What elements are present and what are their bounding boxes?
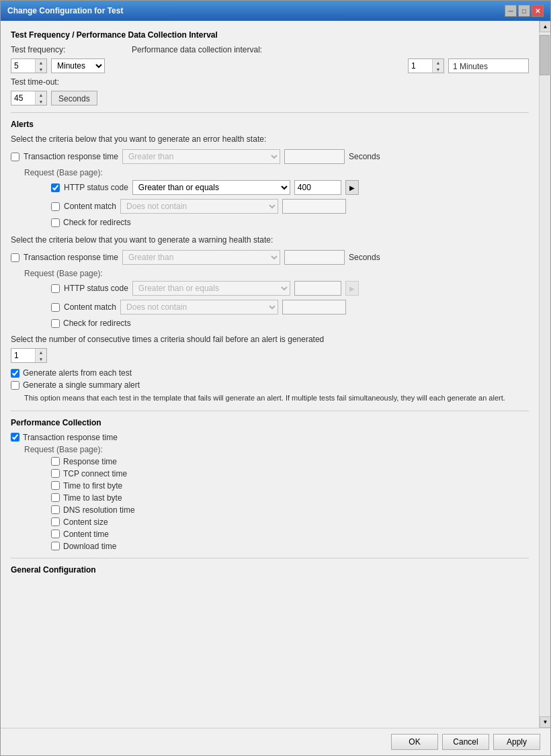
timeout-spin-down[interactable]: ▼ (36, 98, 46, 105)
download-time-checkbox[interactable] (51, 542, 60, 550)
perf-input[interactable]: 1 (409, 60, 432, 72)
error-http-browse-button[interactable]: ▶ (345, 180, 359, 195)
cancel-button[interactable]: Cancel (442, 734, 489, 750)
error-http-checkbox[interactable] (51, 183, 60, 192)
ok-button[interactable]: OK (391, 734, 438, 750)
perf-item-first-byte: Time to first byte (51, 481, 529, 491)
error-request-label: Request (Base page): (24, 168, 529, 177)
error-http-value[interactable] (294, 180, 341, 195)
warning-transaction-label: Transaction response time (24, 253, 118, 262)
alerts-section: Alerts Select the criteria below that yo… (11, 120, 529, 404)
error-content-dropdown[interactable]: Does not contain Contains (120, 199, 278, 214)
generate-summary-checkbox[interactable] (11, 381, 19, 390)
frequency-controls-row: 5 ▲ ▼ Minutes Hours Seconds (11, 58, 529, 73)
warning-http-dropdown[interactable]: Greater than Greater than or equals (132, 281, 290, 296)
consecutive-spin-up[interactable]: ▲ (36, 349, 46, 355)
frequency-spin-up[interactable]: ▲ (36, 59, 46, 66)
consecutive-spinner: 1 ▲ ▼ (11, 348, 47, 363)
warning-redirect-checkbox[interactable] (51, 319, 60, 328)
scroll-thumb[interactable] (540, 35, 550, 75)
perf-spin-down[interactable]: ▼ (433, 66, 443, 73)
error-content-value[interactable] (282, 199, 346, 214)
perf-request-label: Request (Base page): (24, 445, 529, 454)
tcp-connect-checkbox[interactable] (51, 469, 60, 478)
perf-item-response-time: Response time (51, 457, 529, 466)
timeout-unit-label: Seconds (51, 91, 97, 106)
error-transaction-label: Transaction response time (24, 152, 118, 161)
consecutive-spin-buttons: ▲ ▼ (35, 349, 46, 362)
test-frequency-input[interactable]: 5 (11, 60, 35, 72)
frequency-spin-down[interactable]: ▼ (36, 66, 46, 73)
generate-each-checkbox[interactable] (11, 369, 19, 378)
content-size-checkbox[interactable] (51, 517, 60, 526)
perf-items-list: Response time TCP connect time Time to f… (51, 457, 529, 551)
warning-http-checkbox[interactable] (51, 284, 60, 293)
scrollable-area: Test Frequency / Performance Data Collec… (1, 21, 550, 728)
scroll-down-button[interactable]: ▼ (540, 716, 550, 728)
bottom-bar: OK Cancel Apply (1, 728, 550, 755)
perf-unit-label: 1 Minutes (448, 58, 529, 73)
warning-redirect-label: Check for redirects (63, 319, 131, 328)
timeout-input[interactable]: 45 (11, 92, 35, 104)
frequency-spin-buttons: ▲ ▼ (35, 59, 46, 73)
warning-content-dropdown[interactable]: Does not contain Contains (120, 300, 278, 314)
content-time-label: Content time (63, 530, 109, 539)
test-frequency-label: Test frequency: (11, 45, 65, 54)
last-byte-label: Time to last byte (63, 493, 122, 503)
error-content-checkbox[interactable] (51, 202, 60, 211)
consecutive-input[interactable]: 1 (11, 349, 35, 362)
consecutive-spin-down[interactable]: ▼ (36, 355, 46, 362)
timeout-spin-up[interactable]: ▲ (36, 91, 46, 98)
download-time-label: Download time (63, 542, 116, 551)
content-size-label: Content size (63, 517, 108, 527)
dns-checkbox[interactable] (51, 505, 60, 514)
perf-spin-buttons: ▲ ▼ (432, 59, 443, 73)
error-request-section: Request (Base page): HTTP status code Gr… (24, 168, 529, 227)
performance-title: Performance Collection (11, 418, 529, 427)
error-http-dropdown[interactable]: Greater than Greater than or equals Less… (132, 180, 290, 195)
perf-item-content-size: Content size (51, 517, 529, 527)
perf-item-last-byte: Time to last byte (51, 493, 529, 503)
warning-http-browse-button[interactable]: ▶ (345, 281, 359, 296)
last-byte-checkbox[interactable] (51, 493, 60, 502)
first-byte-label: Time to first byte (63, 481, 122, 491)
perf-item-tcp: TCP connect time (51, 469, 529, 478)
generate-each-label: Generate alerts from each test (23, 368, 132, 378)
error-content-row: Content match Does not contain Contains (51, 199, 529, 214)
window-title: Change Configuration for Test (7, 6, 123, 15)
timeout-label: Test time-out: (11, 77, 59, 87)
error-transaction-checkbox[interactable] (11, 153, 19, 161)
warning-http-value[interactable] (294, 281, 341, 296)
warning-transaction-value[interactable] (284, 250, 345, 265)
perf-spin-up[interactable]: ▲ (433, 59, 443, 66)
frequency-row: Test frequency: Performance data collect… (11, 45, 529, 54)
response-time-checkbox[interactable] (51, 457, 60, 466)
warning-transaction-checkbox[interactable] (11, 253, 19, 262)
perf-transaction-checkbox[interactable] (11, 433, 19, 442)
main-content: Test Frequency / Performance Data Collec… (1, 21, 539, 728)
scrollbar[interactable]: ▲ ▼ (539, 21, 550, 728)
minimize-button[interactable]: ─ (505, 5, 517, 17)
maximize-button[interactable]: □ (518, 5, 530, 17)
apply-button[interactable]: Apply (493, 734, 540, 750)
error-transaction-row: Transaction response time Greater than G… (11, 149, 529, 164)
tcp-connect-label: TCP connect time (63, 469, 127, 478)
scroll-up-button[interactable]: ▲ (540, 21, 550, 32)
warning-transaction-dropdown[interactable]: Greater than Greater than or equals (122, 250, 280, 265)
title-bar-buttons: ─ □ ✕ (505, 5, 544, 17)
warning-content-value[interactable] (282, 300, 346, 314)
error-transaction-value[interactable] (284, 149, 345, 164)
test-frequency-spinner: 5 ▲ ▼ (11, 58, 47, 73)
close-button[interactable]: ✕ (532, 5, 544, 17)
first-byte-checkbox[interactable] (51, 481, 60, 490)
response-time-label: Response time (63, 457, 117, 466)
error-redirect-checkbox[interactable] (51, 218, 60, 227)
warning-transaction-row: Transaction response time Greater than G… (11, 250, 529, 265)
divider-3 (11, 558, 529, 558)
content-time-checkbox[interactable] (51, 530, 60, 538)
divider-2 (11, 411, 529, 411)
warning-redirect-row: Check for redirects (51, 319, 529, 328)
frequency-unit-dropdown[interactable]: Minutes Hours Seconds (51, 58, 105, 73)
warning-content-checkbox[interactable] (51, 303, 60, 312)
error-transaction-dropdown[interactable]: Greater than Greater than or equals Less… (122, 149, 280, 164)
